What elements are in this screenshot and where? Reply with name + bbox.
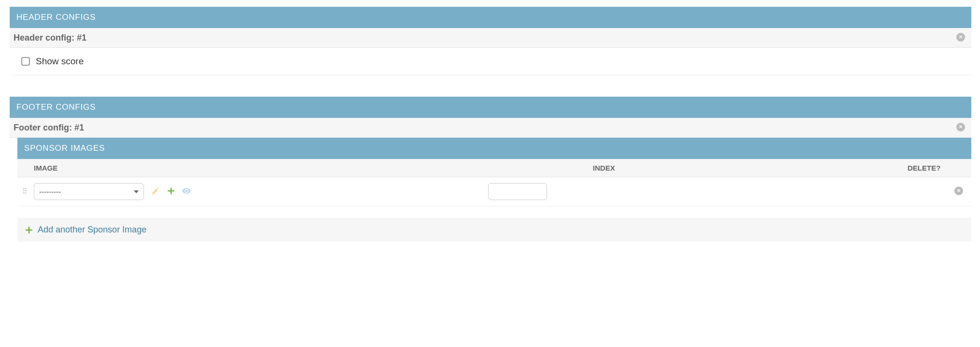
footer-config-entry-title: Footer config: #1 <box>14 123 84 132</box>
sponsor-image-select[interactable]: --------- <box>34 183 144 200</box>
sponsor-image-row-delete-button[interactable] <box>954 187 964 197</box>
show-score-label: Show score <box>36 56 84 67</box>
svg-rect-5 <box>25 190 27 191</box>
show-score-checkbox[interactable] <box>21 57 30 66</box>
sponsor-images-title-bar: SPONSOR IMAGES <box>17 138 971 159</box>
sponsor-images-table-header: IMAGE INDEX DELETE? <box>17 159 971 177</box>
sponsor-image-index-input[interactable] <box>488 183 547 200</box>
svg-rect-7 <box>25 192 27 194</box>
column-header-delete: DELETE? <box>908 164 966 172</box>
plus-icon <box>167 187 175 197</box>
column-header-image: IMAGE <box>34 164 304 172</box>
svg-rect-2 <box>23 188 25 189</box>
svg-rect-3 <box>25 188 27 189</box>
close-icon <box>954 186 964 198</box>
footer-configs-title: FOOTER CONFIGS <box>16 102 96 112</box>
header-configs-title: HEADER CONFIGS <box>16 13 96 22</box>
pencil-icon <box>151 187 160 197</box>
close-icon <box>956 32 966 43</box>
header-config-entry-number: #1 <box>77 33 86 43</box>
header-configs-section: HEADER CONFIGS Header config: #1 Show sc… <box>10 7 971 75</box>
eye-icon <box>182 186 191 198</box>
footer-config-delete-button[interactable] <box>956 123 966 132</box>
sponsor-image-row: --------- <box>17 177 971 206</box>
sponsor-images-section: SPONSOR IMAGES IMAGE INDEX DELETE? <box>17 138 971 242</box>
header-config-entry-title: Header config: #1 <box>14 33 86 42</box>
svg-rect-4 <box>23 190 25 191</box>
add-another-sponsor-image-button[interactable]: Add another Sponsor Image <box>17 218 971 242</box>
column-header-index: INDEX <box>593 164 704 172</box>
footer-config-entry-number: #1 <box>74 123 84 132</box>
add-related-button[interactable] <box>166 187 176 197</box>
header-config-entry-header: Header config: #1 <box>10 28 971 48</box>
plus-icon <box>25 226 33 234</box>
svg-rect-6 <box>23 192 25 194</box>
edit-related-button[interactable] <box>151 187 160 197</box>
grip-icon <box>22 188 29 196</box>
drag-handle[interactable] <box>20 187 31 197</box>
close-icon <box>956 122 966 133</box>
footer-configs-section: FOOTER CONFIGS Footer config: #1 SPONSOR… <box>10 97 971 242</box>
header-config-entry-label: Header config: <box>14 33 74 43</box>
footer-config-entry-label: Footer config: <box>14 123 72 132</box>
show-score-row: Show score <box>10 48 971 75</box>
add-another-sponsor-image-label: Add another Sponsor Image <box>38 225 146 235</box>
header-configs-title-bar: HEADER CONFIGS <box>10 7 971 28</box>
footer-config-entry-header: Footer config: #1 <box>10 118 971 138</box>
view-related-button[interactable] <box>182 187 191 197</box>
footer-configs-title-bar: FOOTER CONFIGS <box>10 97 971 118</box>
sponsor-images-title: SPONSOR IMAGES <box>24 144 105 153</box>
header-config-delete-button[interactable] <box>956 33 966 43</box>
